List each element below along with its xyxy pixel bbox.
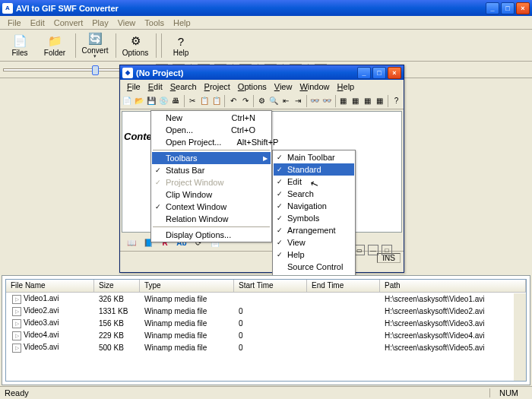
toolbar-icon[interactable]: 👓 bbox=[321, 94, 333, 108]
inner-menu-project[interactable]: Project bbox=[201, 81, 234, 92]
menu-item-main-toolbar[interactable]: ✓Main Toolbar bbox=[274, 151, 354, 163]
menu-item-open-project-[interactable]: Open Project...Alt+Shift+P bbox=[152, 136, 271, 148]
menu-play[interactable]: Play bbox=[87, 17, 112, 29]
status-right: NUM bbox=[489, 388, 527, 397]
inner-menu-options[interactable]: Options bbox=[234, 81, 271, 92]
toolbar-icon[interactable]: ▦ bbox=[362, 94, 373, 108]
menu-item-standard[interactable]: ✓Standard bbox=[274, 163, 354, 176]
inner-menu-help[interactable]: Help bbox=[334, 81, 359, 92]
file-icon: ▷ bbox=[12, 331, 21, 340]
inner-titlebar: ◆ (No Project) _ □ × bbox=[120, 65, 404, 80]
column-header-size[interactable]: Size bbox=[94, 280, 140, 292]
menu-item-arrangement[interactable]: ✓Arrangement bbox=[274, 224, 354, 236]
toolbar-icon[interactable]: ▦ bbox=[374, 94, 385, 108]
file-icon: ▷ bbox=[12, 319, 21, 328]
maximize-button[interactable]: □ bbox=[501, 2, 515, 14]
toolbar-icon[interactable]: ✂ bbox=[187, 94, 198, 108]
seek-thumb[interactable] bbox=[92, 65, 99, 75]
inner-menu-window[interactable]: Window bbox=[296, 81, 333, 92]
menu-tools[interactable]: Tools bbox=[140, 17, 169, 29]
file-list-panel: File NameSizeTypeStart TimeEnd TimePath … bbox=[2, 275, 530, 385]
menu-item-relation-window[interactable]: Relation Window bbox=[152, 213, 271, 225]
toolbar-icon[interactable]: 🖶 bbox=[170, 94, 182, 108]
toolbar-icon[interactable]: 💿 bbox=[158, 94, 169, 108]
file-row[interactable]: ▷Video3.avi156 KBWinamp media file0H:\sc… bbox=[6, 317, 526, 329]
file-icon: ▷ bbox=[12, 307, 21, 316]
menu-item-open-[interactable]: Open...Ctrl+O bbox=[152, 124, 271, 136]
menu-edit[interactable]: Edit bbox=[26, 17, 49, 29]
book-icon[interactable]: 📖 bbox=[125, 236, 138, 249]
menu-item-navigation[interactable]: ✓Navigation bbox=[274, 200, 354, 212]
menu-item-new[interactable]: NewCtrl+N bbox=[152, 112, 271, 124]
vertical-scrollbar[interactable] bbox=[514, 293, 526, 381]
file-row[interactable]: ▷Video5.avi500 KBWinamp media file0H:\sc… bbox=[6, 341, 526, 353]
toolbar-options-button[interactable]: ⚙Options bbox=[119, 31, 152, 60]
toolbar-files-button[interactable]: 📄Files bbox=[3, 31, 36, 60]
inner-menu-view[interactable]: View bbox=[271, 81, 296, 92]
toolbar-help-button[interactable]: ?Help bbox=[164, 31, 198, 60]
toolbar-icon[interactable]: ↷ bbox=[239, 94, 251, 108]
view-icon-3[interactable]: □ bbox=[382, 245, 392, 255]
file-icon: ▷ bbox=[12, 295, 21, 304]
toolbar-icon[interactable]: ⇤ bbox=[280, 94, 292, 108]
column-header-file-name[interactable]: File Name bbox=[6, 280, 94, 292]
toolbar-icon[interactable]: 📄 bbox=[122, 94, 133, 108]
toolbar-icon[interactable]: ⚙ bbox=[256, 94, 268, 108]
column-header-type[interactable]: Type bbox=[140, 280, 234, 292]
menu-item-clip-window[interactable]: Clip Window bbox=[152, 188, 271, 201]
column-header-start-time[interactable]: Start Time bbox=[234, 280, 307, 292]
app-icon: A bbox=[2, 3, 13, 14]
menu-item-context-window[interactable]: ✓Context Window bbox=[152, 201, 271, 213]
inner-close-button[interactable]: × bbox=[388, 67, 401, 79]
menu-file[interactable]: File bbox=[3, 17, 26, 29]
view-icon-2[interactable]: — bbox=[368, 245, 378, 255]
view-icon-1[interactable]: ▭ bbox=[354, 245, 365, 255]
inner-maximize-button[interactable]: □ bbox=[372, 67, 386, 79]
file-row[interactable]: ▷Video2.avi1331 KBWinamp media file0H:\s… bbox=[6, 305, 526, 317]
toolbar-icon[interactable]: 📂 bbox=[134, 94, 145, 108]
toolbar-icon[interactable]: ▦ bbox=[337, 94, 349, 108]
toolbar-folder-button[interactable]: 📁Folder bbox=[38, 31, 71, 60]
outer-menubar: FileEditConvertPlayViewToolsHelp bbox=[0, 16, 532, 30]
column-header-path[interactable]: Path bbox=[380, 280, 526, 292]
minimize-button[interactable]: _ bbox=[486, 2, 499, 14]
file-list-headers: File NameSizeTypeStart TimeEnd TimePath bbox=[6, 280, 526, 293]
menu-item-project-window: ✓Project Window bbox=[152, 176, 271, 188]
inner-menu-file[interactable]: File bbox=[123, 81, 144, 92]
file-list-rows: ▷Video1.avi326 KBWinamp media fileH:\scr… bbox=[6, 293, 526, 353]
toolbar-icon[interactable]: 📋 bbox=[199, 94, 211, 108]
menu-item-toolbars[interactable]: Toolbars▶ bbox=[152, 152, 271, 164]
menu-item-help[interactable]: ✓Help bbox=[274, 249, 354, 261]
menu-item-search[interactable]: ✓Search bbox=[274, 188, 354, 200]
menu-item-status-bar[interactable]: ✓Status Bar bbox=[152, 164, 271, 176]
toolbar-icon[interactable]: 💾 bbox=[146, 94, 157, 108]
toolbar-icon[interactable]: ▦ bbox=[350, 94, 361, 108]
inner-menu-search[interactable]: Search bbox=[166, 81, 201, 92]
toolbar-icon[interactable]: ↶ bbox=[227, 94, 239, 108]
toolbar-convert-button[interactable]: 🔄Convert bbox=[78, 31, 112, 60]
toolbar-icon[interactable]: 👓 bbox=[309, 94, 321, 108]
column-header-end-time[interactable]: End Time bbox=[307, 280, 380, 292]
view-mode-icons: ▭ — □ bbox=[354, 245, 392, 255]
menu-item-symbols[interactable]: ✓Symbols bbox=[274, 212, 354, 224]
toolbar-icon[interactable]: ? bbox=[391, 94, 402, 108]
menu-item-display-options-[interactable]: Display Options... bbox=[152, 229, 271, 241]
file-row[interactable]: ▷Video1.avi326 KBWinamp media fileH:\scr… bbox=[6, 293, 526, 305]
close-button[interactable]: × bbox=[516, 2, 530, 14]
outer-toolbar: 📄Files📁Folder🔄Convert⚙Options?Help bbox=[0, 30, 532, 62]
status-left: Ready bbox=[5, 388, 29, 397]
menu-item-view[interactable]: ✓View bbox=[274, 236, 354, 249]
inner-menu-edit[interactable]: Edit bbox=[144, 81, 166, 92]
menu-help[interactable]: Help bbox=[169, 17, 195, 29]
menu-view[interactable]: View bbox=[113, 17, 141, 29]
outer-title: AVI to GIF SWF Converter bbox=[16, 4, 119, 13]
dropdown-menu-toolbars: ✓Main Toolbar✓Standard✓Edit✓Search✓Navig… bbox=[272, 150, 356, 287]
toolbar-icon[interactable]: ⇥ bbox=[293, 94, 304, 108]
inner-minimize-button[interactable]: _ bbox=[357, 67, 371, 79]
file-row[interactable]: ▷Video4.avi229 KBWinamp media file0H:\sc… bbox=[6, 329, 526, 341]
menu-item-source-control[interactable]: Source Control bbox=[274, 261, 354, 273]
toolbar-icon[interactable]: 📋 bbox=[211, 94, 222, 108]
menu-convert[interactable]: Convert bbox=[49, 17, 88, 29]
menu-item-edit[interactable]: ✓Edit bbox=[274, 176, 354, 188]
toolbar-icon[interactable]: 🔍 bbox=[268, 94, 280, 108]
